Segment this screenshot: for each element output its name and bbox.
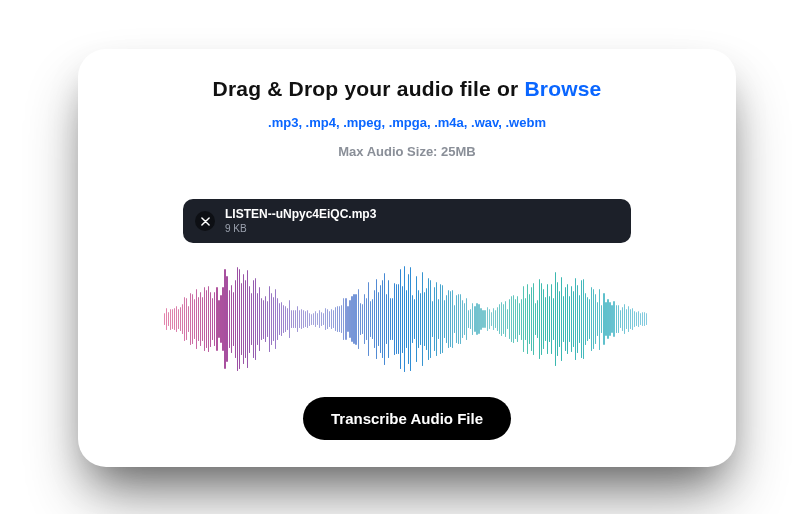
waveform-bar xyxy=(269,286,270,352)
waveform-bar xyxy=(525,298,526,340)
waveform-bar xyxy=(188,306,189,333)
waveform-bar xyxy=(474,306,475,332)
waveform-bar xyxy=(283,305,284,332)
waveform-bar xyxy=(589,299,590,338)
waveform-bar xyxy=(372,299,373,340)
waveform-bar xyxy=(505,301,506,336)
waveform-bar xyxy=(599,289,600,350)
waveform-bar xyxy=(374,290,375,349)
waveform-bar xyxy=(247,270,248,368)
waveform-bar xyxy=(206,290,207,348)
waveform-bar xyxy=(595,294,596,345)
waveform-bar xyxy=(351,296,352,342)
waveform-bar xyxy=(644,312,645,326)
waveform-bar xyxy=(607,299,608,339)
waveform-bar xyxy=(585,293,586,345)
waveform-bar xyxy=(178,309,179,329)
drop-heading: Drag & Drop your audio file or Browse xyxy=(78,77,736,101)
waveform-bar xyxy=(551,284,552,353)
waveform-bar xyxy=(343,298,344,340)
waveform-bar xyxy=(523,286,524,352)
waveform-bar xyxy=(237,267,238,372)
file-name: LISTEN--uNpyc4EiQC.mp3 xyxy=(225,207,376,221)
waveform-bar xyxy=(325,308,326,330)
waveform-bar xyxy=(418,290,419,349)
waveform-bar xyxy=(349,300,350,338)
upload-card: Drag & Drop your audio file or Browse .m… xyxy=(78,49,736,467)
waveform-bar xyxy=(605,302,606,336)
waveform-bar xyxy=(571,286,572,351)
waveform-bar xyxy=(509,299,510,340)
waveform-bar xyxy=(628,306,629,332)
waveform-bar xyxy=(226,276,227,361)
waveform-bar xyxy=(466,298,467,340)
waveform-bar xyxy=(289,300,290,339)
waveform-bar xyxy=(521,299,522,340)
waveform-bar xyxy=(198,297,199,341)
waveform-bar xyxy=(438,299,439,339)
waveform-bar xyxy=(603,293,604,345)
waveform-bar xyxy=(327,309,328,329)
waveform-bar xyxy=(622,307,623,332)
waveform-bar xyxy=(220,295,221,343)
browse-link[interactable]: Browse xyxy=(524,77,601,100)
waveform-bar xyxy=(553,298,554,341)
waveform-bar xyxy=(400,269,401,369)
waveform-bar xyxy=(311,314,312,325)
waveform-bar xyxy=(257,293,258,345)
waveform-bar xyxy=(440,284,441,354)
waveform-bar xyxy=(620,310,621,328)
waveform-bar xyxy=(265,296,266,343)
waveform-bar xyxy=(368,282,369,355)
waveform-bar xyxy=(414,299,415,339)
waveform-bar xyxy=(380,285,381,352)
waveform-bar xyxy=(382,280,383,357)
waveform-bar xyxy=(388,280,389,357)
waveform-bar xyxy=(239,269,240,370)
remove-file-button[interactable] xyxy=(195,211,215,231)
waveform-bar xyxy=(638,311,639,328)
waveform-bar xyxy=(408,274,409,364)
waveform-bar xyxy=(255,278,256,361)
waveform-bar xyxy=(192,294,193,344)
waveform-visual xyxy=(164,263,650,375)
waveform-bar xyxy=(410,267,411,371)
waveform-bar xyxy=(452,290,453,348)
waveform-bar xyxy=(597,302,598,337)
uploaded-file-chip: LISTEN--uNpyc4EiQC.mp3 9 KB xyxy=(183,199,631,243)
waveform-bar xyxy=(543,289,544,349)
waveform-bar xyxy=(448,290,449,349)
waveform-bar xyxy=(609,302,610,336)
waveform-bar xyxy=(303,310,304,328)
waveform-bar xyxy=(458,294,459,343)
waveform-bar xyxy=(424,292,425,346)
waveform-bar xyxy=(263,300,264,339)
waveform-bar xyxy=(541,283,542,356)
waveform-bar xyxy=(253,280,254,359)
waveform-bar xyxy=(533,283,534,354)
waveform-bar xyxy=(366,298,367,339)
waveform-bar xyxy=(406,290,407,348)
waveform-bar xyxy=(317,313,318,325)
waveform-bar xyxy=(214,292,215,346)
waveform-bar xyxy=(218,300,219,337)
waveform-bar xyxy=(430,280,431,359)
waveform-bar xyxy=(626,309,627,330)
waveform-bar xyxy=(335,307,336,330)
waveform-bar xyxy=(501,302,502,335)
waveform-bar xyxy=(331,309,332,328)
waveform-bar xyxy=(491,312,492,327)
waveform-bar xyxy=(287,308,288,330)
waveform-bar xyxy=(305,311,306,328)
waveform-bar xyxy=(355,294,356,345)
waveform-bar xyxy=(184,297,185,340)
waveform-bar xyxy=(503,304,504,334)
waveform-bar xyxy=(640,313,641,326)
waveform-bar xyxy=(222,287,223,351)
waveform-bar xyxy=(489,309,490,329)
waveform-bar xyxy=(420,293,421,345)
transcribe-button[interactable]: Transcribe Audio File xyxy=(303,397,511,440)
waveform-bar xyxy=(402,286,403,353)
waveform-bar xyxy=(353,294,354,344)
file-meta: LISTEN--uNpyc4EiQC.mp3 9 KB xyxy=(225,207,376,235)
